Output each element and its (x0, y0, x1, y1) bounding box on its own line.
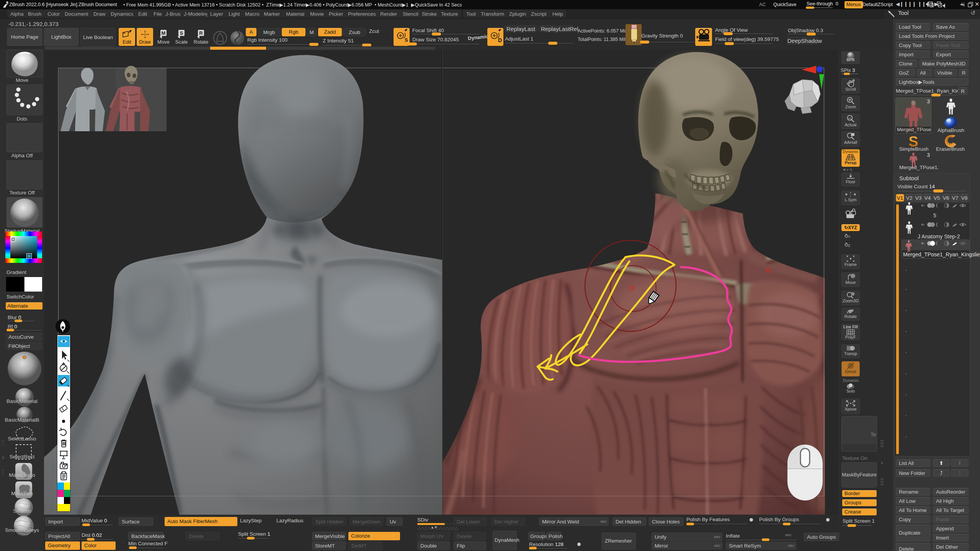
svg-text:S: S (180, 30, 183, 36)
svg-text:S: S (405, 37, 408, 43)
svg-text:M: M (162, 30, 166, 36)
svg-text:D: D (498, 37, 502, 43)
svg-text:x1: x1 (848, 117, 852, 120)
svg-text:R: R (199, 30, 203, 36)
